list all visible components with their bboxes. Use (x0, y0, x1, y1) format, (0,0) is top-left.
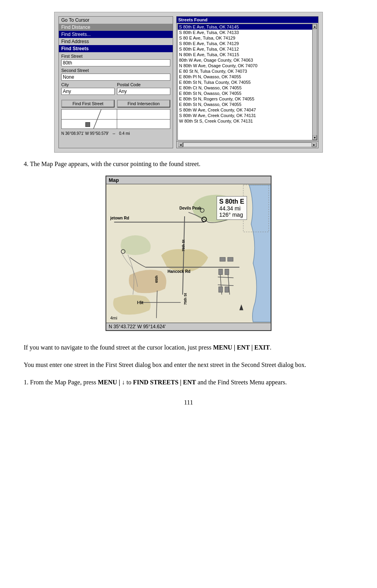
map-container: Map (106, 176, 271, 331)
street-item-11[interactable]: E 80th Ct N, Owasso, OK 74055 (178, 85, 317, 91)
body-para3-start: 1. From the Map Page, press (24, 379, 98, 386)
body-para3-bold2: FIND STREETS | ENT (133, 379, 196, 386)
body-para3: 1. From the Map Page, press MENU | ↓ to … (24, 378, 353, 387)
map-scale: 4mi (110, 316, 117, 320)
svg-line-18 (218, 285, 234, 285)
svg-rect-19 (219, 269, 222, 275)
postal-label: Postal Code (117, 82, 170, 87)
map-coords-text: N 35°43.722' W 95°14.624' (109, 324, 166, 329)
street-item-14[interactable]: E 80th St N, Owasso, OK 74055 (178, 102, 317, 107)
postal-section: Postal Code Any (117, 82, 170, 96)
svg-marker-25 (239, 304, 243, 310)
city-input[interactable]: Any (61, 88, 115, 95)
street-item-8[interactable]: E 80 St N, Tulsa County, OK 74073 (178, 68, 317, 74)
step4-text: 4. The Map Page appears, with the cursor… (24, 161, 353, 168)
scale-arrow: ↔ (112, 131, 116, 136)
map-info-box: S 80th E 44.34 mi 126° mag (217, 196, 247, 220)
street-item-13[interactable]: E 80th St N, Rogers County, OK 74055 (178, 96, 317, 102)
body-para3-bold1: MENU | ↓ (98, 379, 125, 386)
hancock-label: Hancock Rd (168, 269, 190, 274)
75th-label-2: 75th St (183, 293, 187, 305)
scrollbar-up-arrow[interactable]: ▲ (313, 24, 317, 29)
svg-rect-23 (220, 257, 225, 261)
right-panel: Streets Found S 80th E Ave, Tulsa, OK 74… (176, 16, 319, 148)
street-item-6[interactable]: 80th W Ave, Osage County, OK 74063 (178, 57, 317, 63)
body-para1-end: . (270, 344, 271, 351)
streets-list[interactable]: S 80th E Ave, Tulsa, OK 74145 S 80th E A… (177, 24, 317, 140)
city-postal-row: City Any Postal Code Any (61, 82, 170, 96)
menu-find-distance[interactable]: Find Distance (59, 24, 173, 31)
scrollbar-down-arrow[interactable]: ▼ (313, 135, 317, 140)
svg-point-14 (202, 217, 207, 222)
city-section: City Any (61, 82, 115, 96)
street-item-5[interactable]: N 80th E Ave, Tulsa, OK 74115 (178, 52, 317, 57)
svg-rect-24 (228, 257, 233, 261)
coords-text: N 36°08.971' W 95°50.579' (61, 131, 109, 136)
svg-rect-21 (219, 287, 222, 292)
find-first-street-button[interactable]: Find First Street (61, 100, 115, 108)
body-para1: If you want to navigate to the found str… (24, 343, 353, 352)
postal-input[interactable]: Any (117, 88, 170, 95)
street-item-7[interactable]: N 80th W Ave, Osage County, OK 74070 (178, 63, 317, 68)
street-item-2[interactable]: S 80 E Ave, Tulsa, OK 74129 (178, 35, 317, 41)
svg-line-17 (218, 277, 234, 278)
h-scroll-track (183, 142, 312, 147)
map-info-line3: 126° mag (219, 212, 244, 218)
street-item-4[interactable]: S 80th E Ave, Tulsa, OK 74112 (178, 46, 317, 52)
city-label: City (61, 82, 115, 87)
horizontal-scrollbar: ◄ ► (177, 141, 318, 148)
streets-found-header: Streets Found (177, 17, 318, 23)
button-row: Find First Street Find Intersection (59, 98, 173, 109)
svg-rect-20 (225, 269, 229, 275)
menu-find-streets[interactable]: Find Streets... (59, 31, 173, 38)
body-para3-end: and the Find Streets Menu appears. (196, 379, 287, 386)
street-item-9[interactable]: E 80th Pl N, Owasso, OK 74055 (178, 74, 317, 79)
svg-point-13 (121, 250, 125, 253)
svg-line-15 (220, 269, 222, 295)
second-street-label: Second Street (61, 68, 170, 73)
scale-text: 0.4 mi (119, 131, 130, 136)
find-intersection-button[interactable]: Find Intersection (117, 100, 170, 108)
street-item-3[interactable]: S 80th E Ave, Tulsa, OK 74129 (178, 41, 317, 46)
left-panel: Go To Cursor Find Distance Find Streets.… (58, 16, 173, 148)
street-item-16[interactable]: S 80th W Ave, Creek County, OK 74131 (178, 113, 317, 118)
street-item-12[interactable]: E 80th St N, Owasso, OK 74055 (178, 91, 317, 96)
menu-go-to-cursor[interactable]: Go To Cursor (59, 17, 173, 24)
page-number: 111 (24, 399, 353, 406)
street-item-17[interactable]: W 80th St S, Creek County, OK 74131 (178, 118, 317, 124)
screenshot-section: Go To Cursor Find Distance Find Streets.… (54, 12, 323, 153)
svg-line-7 (183, 216, 185, 295)
body-para2: You must enter one street in the First S… (24, 360, 353, 370)
form-section: First Street 80th Second Street None Cit… (59, 52, 173, 98)
h-scroll-left[interactable]: ◄ (178, 142, 183, 147)
body-para3-mid: to (125, 379, 133, 386)
map-info-line2: 44.34 mi (219, 205, 244, 212)
svg-rect-10 (243, 185, 269, 232)
first-street-input[interactable]: 80th (61, 59, 170, 66)
svg-line-2 (93, 110, 101, 129)
svg-line-16 (228, 269, 230, 295)
street-item-0[interactable]: S 80th E Ave, Tulsa, OK 74145 (178, 24, 317, 30)
coords-bar: N 36°08.971' W 95°50.579' ↔ 0.4 mi (59, 130, 173, 136)
first-street-label: First Street (61, 54, 170, 59)
street-item-1[interactable]: S 80th E Ave, Tulsa, OK 74133 (178, 30, 317, 35)
body-para1-text: If you want to navigate to the found str… (24, 344, 213, 351)
devils-label: Devils Peak (179, 206, 202, 210)
svg-rect-22 (225, 287, 229, 292)
find-streets-header: Find Streets (59, 45, 173, 52)
second-street-input[interactable]: None (61, 74, 170, 81)
menu-find-address[interactable]: Find Address (59, 38, 173, 45)
75th-label: 75th St (181, 240, 185, 251)
street-item-15[interactable]: S 80th W Ave, Creek County, OK 74047 (178, 107, 317, 113)
65th-label: 65th (155, 276, 158, 283)
map-info-line1: S 80th E (219, 198, 244, 205)
map-coords-bar: N 35°43.722' W 95°14.624' (106, 323, 271, 330)
svg-line-8 (156, 291, 157, 318)
jetown-label: jetown Rd (110, 216, 129, 220)
map-titlebar: Map (106, 176, 271, 184)
street-item-10[interactable]: E 80th St N, Tulsa County, OK 74055 (178, 79, 317, 85)
streets-scrollbar[interactable]: ▲ ▼ (312, 24, 317, 140)
h-scroll-right[interactable]: ► (312, 142, 317, 147)
map-scroll-indicator (85, 122, 90, 127)
lst-label: l St (137, 301, 143, 305)
